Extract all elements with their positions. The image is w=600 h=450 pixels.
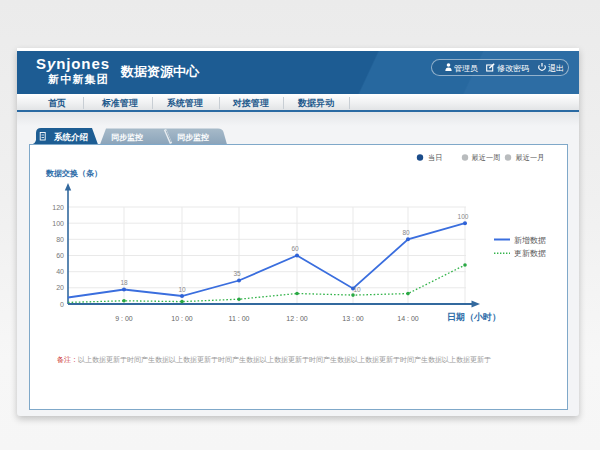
svg-text:60: 60: [291, 245, 299, 252]
svg-text:日期（小时）: 日期（小时）: [447, 312, 501, 322]
svg-text:9 : 00: 9 : 00: [115, 315, 133, 322]
svg-text:10: 10: [178, 286, 186, 293]
svg-text:14 : 00: 14 : 00: [397, 315, 419, 322]
svg-text:0: 0: [60, 301, 64, 308]
svg-text:最近一周: 最近一周: [472, 153, 501, 162]
svg-text:10 : 00: 10 : 00: [171, 315, 193, 322]
svg-text:12 : 00: 12 : 00: [286, 315, 308, 322]
svg-text:80: 80: [402, 229, 410, 236]
svg-text:60: 60: [56, 252, 64, 259]
svg-text:40: 40: [56, 268, 64, 275]
svg-text:当日: 当日: [428, 153, 442, 162]
svg-text:备注：以上数据更新于时间产生数据以上数据更新于时间产生数据以: 备注：以上数据更新于时间产生数据以上数据更新于时间产生数据以上数据更新于时间产生…: [57, 355, 491, 364]
svg-text:100: 100: [52, 220, 64, 227]
svg-text:18: 18: [120, 279, 128, 286]
svg-text:最近一月: 最近一月: [516, 153, 545, 162]
svg-text:同步监控: 同步监控: [111, 133, 143, 142]
svg-text:35: 35: [233, 270, 241, 277]
svg-text:同步监控: 同步监控: [177, 133, 209, 142]
svg-text:系统介绍: 系统介绍: [53, 132, 89, 142]
svg-text:120: 120: [52, 204, 64, 211]
svg-text:数据交换（条）: 数据交换（条）: [45, 169, 102, 178]
svg-text:11 : 00: 11 : 00: [229, 315, 250, 322]
svg-text:20: 20: [56, 284, 64, 291]
svg-text:100: 100: [458, 213, 469, 220]
svg-text:10: 10: [353, 286, 361, 293]
svg-text:13 : 00: 13 : 00: [342, 315, 364, 322]
svg-text:新增数据: 新增数据: [514, 236, 546, 245]
svg-text:80: 80: [56, 236, 64, 243]
svg-text:更新数据: 更新数据: [514, 249, 546, 258]
